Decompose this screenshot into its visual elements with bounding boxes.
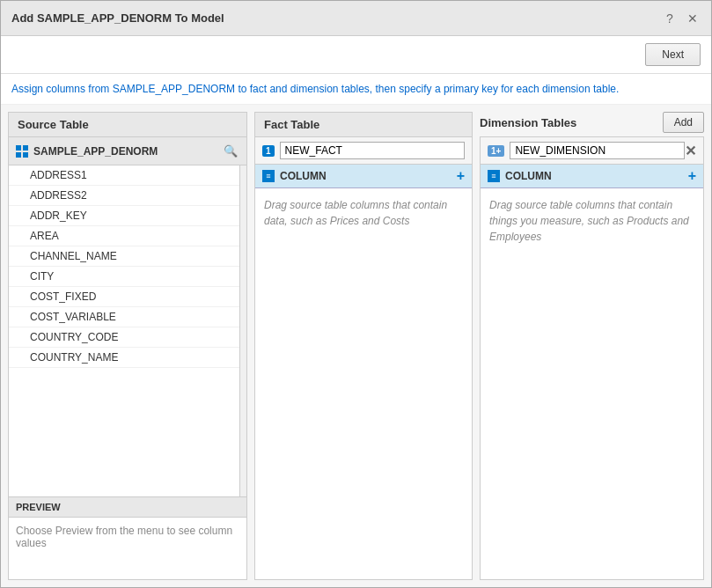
search-icon: 🔍 <box>224 144 238 158</box>
dim-add-column-button[interactable]: + <box>688 169 696 183</box>
dialog: Add SAMPLE_APP_DENORM To Model ? ✕ Next … <box>0 0 712 588</box>
list-item[interactable]: AREA <box>9 226 239 246</box>
help-icon: ? <box>666 11 673 26</box>
list-item[interactable]: ADDR_KEY <box>9 206 239 226</box>
dimension-name-input[interactable] <box>510 142 685 159</box>
fact-table-name-input[interactable] <box>280 142 465 159</box>
list-item[interactable]: CITY <box>9 267 239 287</box>
fact-column-label: COLUMN <box>280 170 327 182</box>
info-table-name: SAMPLE_APP_DENORM <box>113 83 235 95</box>
info-bar: Assign columns from SAMPLE_APP_DENORM to… <box>1 74 711 105</box>
fact-drag-hint: Drag source table columns that contain d… <box>255 188 472 238</box>
list-item[interactable]: COUNTRY_NAME <box>9 348 239 368</box>
search-button[interactable]: 🔍 <box>222 143 239 159</box>
dim-badge: 1+ <box>488 145 504 157</box>
close-dialog-button[interactable]: ✕ <box>685 11 701 26</box>
preview-body: Choose Preview from the menu to see colu… <box>9 518 246 579</box>
fact-table-label: Fact Table <box>264 118 319 131</box>
fact-badge: 1 <box>262 145 275 157</box>
grid-icon <box>16 145 28 158</box>
dimension-tables-header: Dimension Tables Add <box>480 112 704 136</box>
fact-col-icon: ≡ <box>262 170 275 182</box>
fact-column-label-row: ≡ COLUMN <box>262 170 327 182</box>
list-item[interactable]: ADDRESS2 <box>9 186 239 206</box>
dim-drag-hint: Drag source table columns that contain t… <box>481 188 703 254</box>
source-table-name: SAMPLE_APP_DENORM <box>33 145 158 158</box>
info-text-before: Assign columns from <box>11 83 113 95</box>
source-table-header: Source Table <box>9 113 246 137</box>
dim-column-label-row: ≡ COLUMN <box>488 170 552 182</box>
fact-table-name-row: 1 <box>255 137 472 165</box>
help-button[interactable]: ? <box>662 11 678 26</box>
source-list-wrapper: ADDRESS1ADDRESS2ADDR_KEYAREACHANNEL_NAME… <box>9 165 246 496</box>
fact-table-panel: Fact Table 1 ≡ COLUMN + Drag source tabl… <box>254 112 473 580</box>
dimension-tables-area: Dimension Tables Add 1+ ✕ ≡ COLUMN <box>480 112 704 580</box>
action-bar: Next <box>1 36 711 74</box>
list-item[interactable]: CHANNEL_NAME <box>9 246 239 267</box>
next-button[interactable]: Next <box>645 43 701 66</box>
list-item[interactable]: ADDRESS1 <box>9 165 239 186</box>
dimension-tables-label: Dimension Tables <box>480 116 576 129</box>
close-dim-icon: ✕ <box>685 143 696 158</box>
dimension-name-row: 1+ ✕ <box>481 137 703 165</box>
close-dimension-button[interactable]: ✕ <box>685 143 696 159</box>
title-bar: Add SAMPLE_APP_DENORM To Model ? ✕ <box>1 1 711 36</box>
source-table-panel: Source Table SAMPLE_APP_DENORM 🔍 ADDRESS… <box>8 112 247 580</box>
dim-col-icon: ≡ <box>488 170 500 182</box>
dialog-title: Add SAMPLE_APP_DENORM To Model <box>11 11 224 25</box>
source-title-area: SAMPLE_APP_DENORM <box>16 145 222 158</box>
list-item[interactable]: COST_VARIABLE <box>9 307 239 327</box>
main-content: Source Table SAMPLE_APP_DENORM 🔍 ADDRESS… <box>1 105 711 587</box>
preview-header: PREVIEW <box>9 497 246 518</box>
dim-name-area: 1+ <box>488 142 685 159</box>
dim-column-section: ≡ COLUMN + <box>481 165 703 188</box>
preview-placeholder: Choose Preview from the menu to see colu… <box>16 525 232 549</box>
info-text-after: to fact and dimension tables, then speci… <box>235 83 619 95</box>
source-table-label: Source Table <box>18 118 89 131</box>
source-columns-list: ADDRESS1ADDRESS2ADDR_KEYAREACHANNEL_NAME… <box>9 165 239 496</box>
fact-table-header: Fact Table <box>255 113 472 137</box>
fact-column-section: ≡ COLUMN + <box>255 165 472 188</box>
scrollbar[interactable] <box>239 165 246 496</box>
fact-add-column-button[interactable]: + <box>457 169 465 183</box>
close-icon: ✕ <box>687 11 698 26</box>
title-icons: ? ✕ <box>662 11 701 26</box>
preview-section: PREVIEW Choose Preview from the menu to … <box>9 496 246 579</box>
source-table-name-row: SAMPLE_APP_DENORM 🔍 <box>9 137 246 165</box>
list-item[interactable]: COST_FIXED <box>9 287 239 307</box>
dimension-table-panel-0: 1+ ✕ ≡ COLUMN + Drag source table column… <box>480 136 704 580</box>
add-dimension-button[interactable]: Add <box>663 112 704 133</box>
list-item[interactable]: COUNTRY_CODE <box>9 327 239 348</box>
dim-column-label: COLUMN <box>505 170 552 182</box>
